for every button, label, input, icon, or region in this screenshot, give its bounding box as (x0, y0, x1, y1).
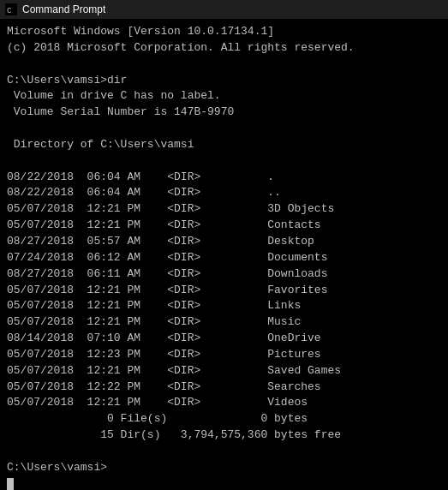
terminal-line-20: 05/07/2018 12:23 PM <DIR> Pictures (7, 348, 321, 361)
svg-text:C: C (7, 7, 12, 15)
terminal-window[interactable]: Microsoft Windows [Version 10.0.17134.1]… (0, 19, 448, 490)
terminal-line-15: 08/27/2018 06:11 AM <DIR> Downloads (7, 267, 327, 280)
terminal-line-10: 08/22/2018 06:04 AM <DIR> .. (7, 186, 281, 199)
terminal-line-23: 05/07/2018 12:21 PM <DIR> Videos (7, 396, 308, 409)
terminal-line-12: 05/07/2018 12:21 PM <DIR> Contacts (7, 218, 321, 231)
terminal-line-21: 05/07/2018 12:21 PM <DIR> Saved Games (7, 364, 341, 377)
terminal-line-24: 0 File(s) 0 bytes (7, 412, 308, 425)
terminal-line-5: Volume Serial Number is 147B-9970 (7, 105, 234, 118)
terminal-line-9: 08/22/2018 06:04 AM <DIR> . (7, 170, 274, 183)
terminal-line-22: 05/07/2018 12:22 PM <DIR> Searches (7, 380, 321, 393)
terminal-line-13: 08/27/2018 05:57 AM <DIR> Desktop (7, 235, 314, 248)
terminal-line-17: 05/07/2018 12:21 PM <DIR> Links (7, 299, 301, 312)
terminal-line-4: Volume in drive C has no label. (7, 89, 221, 102)
title-bar-text: Command Prompt (22, 3, 443, 15)
terminal-line-16: 05/07/2018 12:21 PM <DIR> Favorites (7, 284, 327, 296)
terminal-line-25: 15 Dir(s) 3,794,575,360 bytes free (7, 428, 341, 441)
terminal-line-1: (c) 2018 Microsoft Corporation. All righ… (7, 41, 355, 54)
terminal-line-19: 08/14/2018 07:10 AM <DIR> OneDrive (7, 332, 321, 344)
terminal-line-27: C:\Users\vamsi> (7, 461, 107, 474)
terminal-line-0: Microsoft Windows [Version 10.0.17134.1] (7, 25, 274, 38)
cmd-icon: C (5, 3, 17, 15)
title-bar: C Command Prompt (0, 0, 448, 19)
terminal-line-3: C:\Users\vamsi>dir (7, 74, 127, 87)
terminal-line-7: Directory of C:\Users\vamsi (7, 138, 194, 151)
terminal-line-18: 05/07/2018 12:21 PM <DIR> Music (7, 315, 301, 328)
terminal-line-14: 07/24/2018 06:12 AM <DIR> Documents (7, 251, 327, 264)
cursor (7, 478, 14, 490)
terminal-line-11: 05/07/2018 12:21 PM <DIR> 3D Objects (7, 202, 334, 215)
